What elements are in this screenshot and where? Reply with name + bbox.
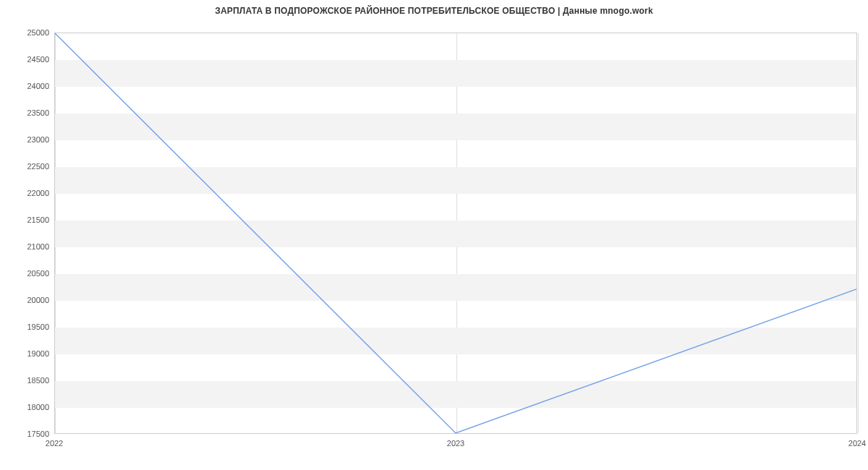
y-tick-label: 24500 (6, 55, 49, 64)
y-tick-label: 25000 (6, 28, 49, 37)
y-tick-label: 20500 (6, 269, 49, 278)
y-tick-label: 21500 (6, 215, 49, 224)
y-tick-label: 18000 (6, 403, 49, 411)
series-line (55, 33, 856, 433)
y-tick-label: 24000 (6, 82, 49, 90)
x-tick-label: 2024 (848, 439, 866, 448)
y-tick-label: 17500 (6, 430, 49, 438)
y-tick-label: 23500 (6, 108, 49, 117)
y-tick-label: 21000 (6, 242, 49, 251)
salary-line-chart: ЗАРПЛАТА В ПОДПОРОЖСКОЕ РАЙОННОЕ ПОТРЕБИ… (0, 0, 868, 470)
y-tick-label: 19500 (6, 322, 49, 331)
y-tick-label: 20000 (6, 296, 49, 304)
y-tick-label: 23000 (6, 135, 49, 144)
plot-area (54, 33, 857, 434)
y-tick-label: 22500 (6, 162, 49, 171)
y-tick-label: 22000 (6, 189, 49, 197)
y-tick-label: 19000 (6, 349, 49, 358)
x-tick-label: 2022 (46, 439, 63, 448)
y-tick-label: 18500 (6, 376, 49, 385)
line-path-svg (55, 33, 856, 433)
x-tick-label: 2023 (447, 439, 464, 448)
grid-vertical (858, 33, 859, 433)
chart-title: ЗАРПЛАТА В ПОДПОРОЖСКОЕ РАЙОННОЕ ПОТРЕБИ… (0, 6, 868, 16)
